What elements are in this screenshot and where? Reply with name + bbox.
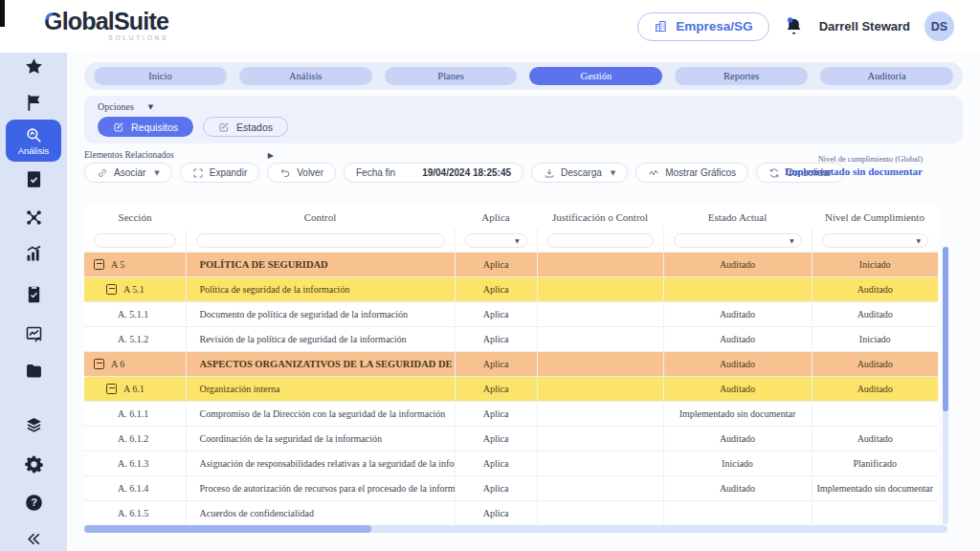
section-label: A. 6.1.5 <box>118 508 148 518</box>
estados-button[interactable]: Estados <box>203 117 288 137</box>
expandir-button[interactable]: Expandir <box>180 163 259 183</box>
vertical-scrollbar-thumb[interactable] <box>943 247 948 411</box>
sidebar-item-bar-chart[interactable] <box>0 242 67 265</box>
related-elements-toggle[interactable]: Elementos Relacionados ▶ <box>84 150 274 160</box>
filter-control-input[interactable] <box>196 233 445 248</box>
section-label: A 5 <box>111 259 124 270</box>
table-row[interactable]: A 5.1Política de seguridad de la informa… <box>84 277 938 302</box>
options-dropdown[interactable]: Opciones ▼ <box>98 101 184 112</box>
caret-down-icon: ▼ <box>916 237 921 244</box>
sidebar-item-star[interactable] <box>0 55 67 77</box>
sidebar-item-folder[interactable] <box>0 359 67 382</box>
star-icon <box>24 56 44 77</box>
aplica-cell: Aplica <box>455 377 537 402</box>
table-row[interactable]: A. 5.1.2Revisión de la política de segur… <box>84 327 938 352</box>
tab-planes[interactable]: Planes <box>385 67 518 85</box>
app-logo[interactable]: GlobalSuite SOLUTIONS <box>44 10 168 41</box>
network-icon <box>24 208 44 228</box>
nivel-cumplimiento-cell: Iniciado <box>812 253 938 277</box>
aplica-cell: Aplica <box>455 302 537 327</box>
descarga-button[interactable]: Descarga▼ <box>531 163 628 183</box>
aplica-cell: Aplica <box>455 402 537 427</box>
column-header: Nivel de Cumplimiento <box>812 206 938 229</box>
control-cell: Acuerdos de confidencialidad <box>186 501 455 525</box>
caret-down-icon: ▼ <box>154 169 159 177</box>
section-cell: A 5.1 <box>85 284 185 295</box>
company-selector-button[interactable]: Empresa/SG <box>637 12 768 41</box>
table-row[interactable]: A 6.1Organización internaAplicaAuditadoA… <box>84 377 938 402</box>
justificacion-cell <box>537 476 663 501</box>
filter-justificacion-o-control-input[interactable] <box>547 233 654 248</box>
table-row[interactable]: A. 6.1.4Proceso de autorización de recur… <box>84 476 938 501</box>
table-row[interactable]: A 5POLÍTICA DE SEGURIDADAplicaAuditadoIn… <box>84 253 938 277</box>
filter-estado-actual-select[interactable]: ▼ <box>674 233 802 248</box>
tab-análisis[interactable]: Análisis <box>239 67 372 85</box>
estado-actual-cell: Implementado sin documentar <box>663 402 812 427</box>
undo-icon <box>279 167 291 179</box>
table-row[interactable]: A 6ASPECTOS ORGANIZATIVOS DE LA SEGURIDA… <box>84 352 938 377</box>
avatar[interactable]: DS <box>924 11 954 41</box>
related-elements-label: Elementos Relacionados <box>84 150 174 160</box>
filter-aplica-select[interactable]: ▼ <box>465 233 527 248</box>
filter-nivel-de-cumplimiento-select[interactable]: ▼ <box>822 233 929 248</box>
button-label: Volver <box>297 167 323 178</box>
fecha-fin-button[interactable]: Fecha fin19/04/2024 18:25:45 <box>344 163 523 183</box>
sidebar-item-help[interactable]: ? <box>0 491 67 514</box>
nivel-cumplimiento-cell: Auditado <box>812 302 938 327</box>
estado-actual-cell: Auditado <box>663 377 812 402</box>
sidebar-item-audit-document[interactable] <box>0 167 67 190</box>
sidebar-item-analysis[interactable]: Análisis <box>6 120 61 162</box>
sidebar-item-label: Análisis <box>18 145 50 156</box>
section-cell-wrap: A 6.1 <box>84 377 186 402</box>
table-row[interactable]: A. 6.1.3Asignación de responsabilidades … <box>84 452 938 476</box>
collapse-row-icon[interactable] <box>94 259 104 270</box>
vertical-scrollbar[interactable] <box>943 247 948 524</box>
estado-actual-cell: Iniciado <box>663 452 812 476</box>
sidebar-item-checklist[interactable] <box>0 282 67 305</box>
aplica-cell: Aplica <box>455 427 537 452</box>
mostrar-gráficos-button[interactable]: Mostrar Gráficos <box>635 163 748 183</box>
tab-auditoría[interactable]: Auditoría <box>820 67 953 85</box>
horizontal-scrollbar[interactable] <box>84 525 947 533</box>
table-row[interactable]: A. 6.1.5Acuerdos de confidencialidadApli… <box>84 501 938 525</box>
table-filter-row: ▼▼▼ <box>84 229 938 253</box>
asociar-button[interactable]: Asociar▼ <box>84 163 172 183</box>
section-cell: A. 6.1.2 <box>85 433 185 444</box>
flag-icon <box>24 93 44 113</box>
tab-gestión[interactable]: Gestión <box>529 67 662 85</box>
section-label: A. 5.1.2 <box>118 334 148 344</box>
section-cell: A 6.1 <box>85 384 185 394</box>
collapse-row-icon[interactable] <box>106 284 117 295</box>
volver-button[interactable]: Volver <box>267 163 336 183</box>
collapse-row-icon[interactable] <box>106 384 117 394</box>
justificacion-cell <box>537 402 663 427</box>
section-cell: A. 6.1.3 <box>85 458 185 469</box>
sidebar-item-report-chart[interactable] <box>0 322 67 345</box>
sidebar-item-settings-gear[interactable] <box>0 452 67 475</box>
tab-inicio[interactable]: Inicio <box>94 67 227 85</box>
sidebar-item-collapse-sidebar[interactable] <box>0 527 67 550</box>
horizontal-scrollbar-thumb[interactable] <box>84 525 371 533</box>
sidebar-item-flag[interactable] <box>0 91 67 114</box>
logo-letter-g: G <box>44 8 62 34</box>
control-cell: Documento de política de seguridad de la… <box>186 302 455 327</box>
section-label: A. 6.1.3 <box>118 458 148 469</box>
button-label: Requisitos <box>131 121 178 133</box>
table-row[interactable]: A. 6.1.1Compromiso de la Dirección con l… <box>84 402 938 427</box>
sidebar-item-network[interactable] <box>0 206 67 229</box>
options-panel: Opciones ▼ RequisitosEstados <box>84 96 963 143</box>
table-row[interactable]: A. 5.1.1Documento de política de segurid… <box>84 302 938 327</box>
section-label: A. 5.1.1 <box>118 309 148 320</box>
requisitos-button[interactable]: Requisitos <box>98 117 193 137</box>
section-cell: A 5 <box>85 259 185 270</box>
sidebar-item-layers[interactable] <box>0 413 67 436</box>
section-cell-wrap: A. 5.1.2 <box>84 327 186 352</box>
tab-reportes[interactable]: Reportes <box>675 67 808 85</box>
table-row[interactable]: A. 6.1.2Coordinación de la seguridad de … <box>84 427 938 452</box>
collapse-row-icon[interactable] <box>94 359 104 369</box>
user-name[interactable]: Darrell Steward <box>819 19 910 33</box>
button-label: Descarga <box>561 167 602 178</box>
filter-seccion-input[interactable] <box>94 233 176 248</box>
aplica-cell: Aplica <box>455 277 537 302</box>
notifications-bell-icon[interactable] <box>784 15 805 38</box>
